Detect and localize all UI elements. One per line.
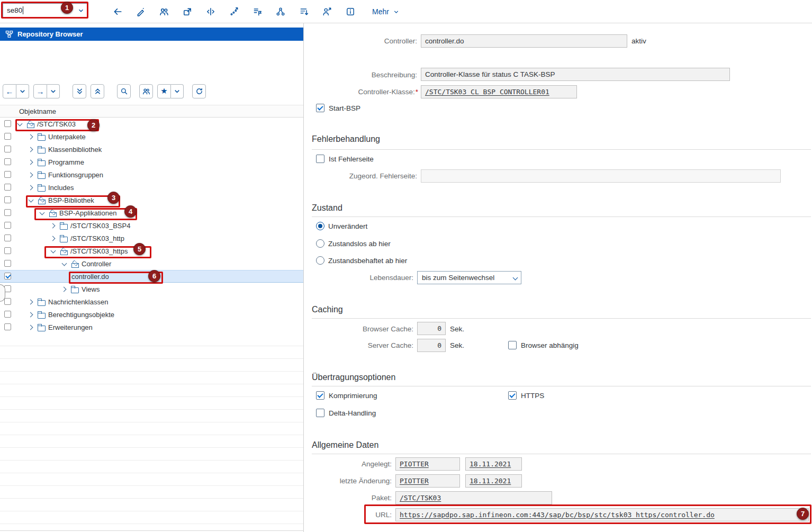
lebensdauer-select[interactable]: bis zum Seitenwechsel <box>417 271 521 284</box>
radio-zustandsbehaftet[interactable] <box>316 256 324 265</box>
tree-item-stc-tsk03-https[interactable]: /STC/TSK03_https <box>0 245 303 257</box>
url-field[interactable]: https://sapdpo.sap.infineon.com:443/sap/… <box>395 508 809 521</box>
browser-cache-label: Browser Cache: <box>304 325 413 333</box>
expand-all-button[interactable] <box>73 84 86 98</box>
row-checkbox[interactable] <box>4 158 11 165</box>
beschreibung-field[interactable]: Controller-Klasse für status C TASK-BSP <box>421 68 730 81</box>
ist-fehlerseite-checkbox[interactable] <box>316 155 324 163</box>
chevron-right-icon[interactable] <box>27 158 35 166</box>
history-forward-button[interactable]: → <box>33 84 47 98</box>
favorites-button[interactable]: ★ <box>157 84 171 98</box>
tree-item-berechtigungsobjekte[interactable]: Berechtigungsobjekte <box>0 308 303 321</box>
row-checkbox[interactable] <box>4 323 11 330</box>
history-back-button[interactable]: ← <box>3 84 16 98</box>
delta-handling-checkbox[interactable] <box>316 409 324 417</box>
letzte-aenderung-date-field[interactable]: 18.11.2021 <box>465 474 522 488</box>
chevron-right-icon[interactable] <box>27 184 35 192</box>
sort-levels-icon[interactable] <box>299 7 309 16</box>
row-checkbox[interactable] <box>4 222 11 229</box>
row-checkbox[interactable] <box>4 120 11 127</box>
tree-item-label: Views <box>82 285 100 293</box>
controller-name-field[interactable]: controller.do <box>421 34 627 48</box>
row-checkbox[interactable] <box>4 298 11 305</box>
tree-item-erweiterungen[interactable]: Erweiterungen <box>0 321 303 333</box>
tree-item-controller-folder[interactable]: Controller <box>0 257 303 270</box>
tree-item-funktionsgruppen[interactable]: Funktionsgruppen <box>0 168 303 181</box>
zugeord-fehlerseite-field[interactable] <box>421 169 781 183</box>
test-icon[interactable] <box>229 7 239 16</box>
komprimierung-checkbox[interactable] <box>316 391 324 400</box>
chevron-right-icon[interactable] <box>27 133 35 141</box>
history-forward-menu-button[interactable] <box>47 84 60 98</box>
chevron-down-icon[interactable] <box>75 4 87 17</box>
tree-item-stc-tsk03-bsp4[interactable]: /STC/TSK03_BSP4 <box>0 219 303 232</box>
search-button[interactable] <box>117 84 131 98</box>
start-bsp-checkbox[interactable] <box>316 104 324 112</box>
chevron-right-icon[interactable] <box>49 222 57 230</box>
row-checkbox[interactable] <box>4 133 11 140</box>
tree-item-stc-tsk03-http[interactable]: /STC/TSK03_http <box>0 232 303 245</box>
row-checkbox[interactable] <box>4 247 11 254</box>
tree-item-bsp-bibliothek[interactable]: BSP-Bibliothek <box>0 194 303 206</box>
chevron-down-icon[interactable] <box>16 120 24 128</box>
chevron-down-icon[interactable] <box>27 196 35 204</box>
row-checkbox[interactable] <box>4 260 11 267</box>
network-icon[interactable] <box>276 7 285 16</box>
chevron-down-icon[interactable] <box>49 247 57 255</box>
browser-abhaengig-checkbox[interactable] <box>508 341 517 349</box>
chevron-right-icon[interactable] <box>60 285 68 293</box>
row-checkbox[interactable] <box>4 311 11 318</box>
chevron-right-icon[interactable] <box>49 235 57 242</box>
tree-item-includes[interactable]: Includes <box>0 181 303 194</box>
tree-item-unterpakete[interactable]: Unterpakete <box>0 130 303 143</box>
collapse-all-button[interactable] <box>91 84 104 98</box>
row-checkbox[interactable] <box>4 273 11 279</box>
paket-field[interactable]: /STC/TSK03 <box>395 491 552 504</box>
browser-cache-unit: Sek. <box>450 325 464 333</box>
panel-collapse-handle[interactable] <box>0 284 5 302</box>
tree-item-stc-tsk03[interactable]: /STC/TSK03 <box>0 118 303 130</box>
tree-item-klassenbibliothek[interactable]: Klassenbibliothek <box>0 143 303 156</box>
tree-item-programme[interactable]: Programme <box>0 156 303 168</box>
row-checkbox[interactable] <box>4 171 11 178</box>
server-cache-input[interactable]: 0 <box>417 339 446 352</box>
info-icon[interactable] <box>346 7 355 16</box>
history-back-menu-button[interactable] <box>16 84 29 98</box>
command-field[interactable]: se80 <box>3 3 87 17</box>
radio-unveraendert[interactable] <box>316 222 324 230</box>
back-icon[interactable] <box>113 7 122 16</box>
row-checkbox[interactable] <box>4 184 11 191</box>
refresh-button[interactable] <box>192 84 206 98</box>
open-object-icon[interactable] <box>183 7 192 16</box>
user-link-icon[interactable] <box>322 7 332 16</box>
favorites-menu-button[interactable] <box>171 84 184 98</box>
row-checkbox[interactable] <box>4 196 11 203</box>
angelegt-date-field[interactable]: 18.11.2021 <box>465 457 522 471</box>
where-used-icon[interactable] <box>159 7 169 16</box>
more-menu[interactable]: Mehr <box>372 7 400 16</box>
row-checkbox[interactable] <box>4 146 11 152</box>
tree-item-bsp-applikationen[interactable]: BSP-Applikationen <box>0 206 303 219</box>
https-checkbox[interactable] <box>508 391 517 400</box>
row-checkbox[interactable] <box>4 209 11 216</box>
chevron-right-icon[interactable] <box>27 311 35 319</box>
required-asterisk: * <box>416 88 418 96</box>
chevron-right-icon[interactable] <box>27 323 35 331</box>
tree-item-views[interactable]: Views <box>0 283 303 295</box>
chevron-down-icon[interactable] <box>60 260 68 268</box>
row-checkbox[interactable] <box>4 235 11 241</box>
users-button[interactable] <box>139 84 153 98</box>
checklist-flag-icon[interactable] <box>252 7 262 16</box>
edit-object-icon[interactable] <box>136 7 146 16</box>
tree-item-nachrichtenklassen[interactable]: Nachrichtenklassen <box>0 295 303 308</box>
chevron-right-icon[interactable] <box>27 298 35 306</box>
chevron-down-icon[interactable] <box>38 209 46 217</box>
browser-cache-input[interactable]: 0 <box>417 322 446 335</box>
chevron-right-icon[interactable] <box>27 146 35 154</box>
radio-zustandslos[interactable] <box>316 239 324 248</box>
letzte-aenderung-user-field[interactable]: PIOTTER <box>395 474 460 488</box>
swap-view-icon[interactable] <box>206 7 215 16</box>
controller-klasse-field[interactable]: /STC/TSK03_CL_BSP_CONTROLLER01 <box>421 85 577 98</box>
chevron-right-icon[interactable] <box>27 171 35 179</box>
angelegt-user-field[interactable]: PIOTTER <box>395 457 460 471</box>
